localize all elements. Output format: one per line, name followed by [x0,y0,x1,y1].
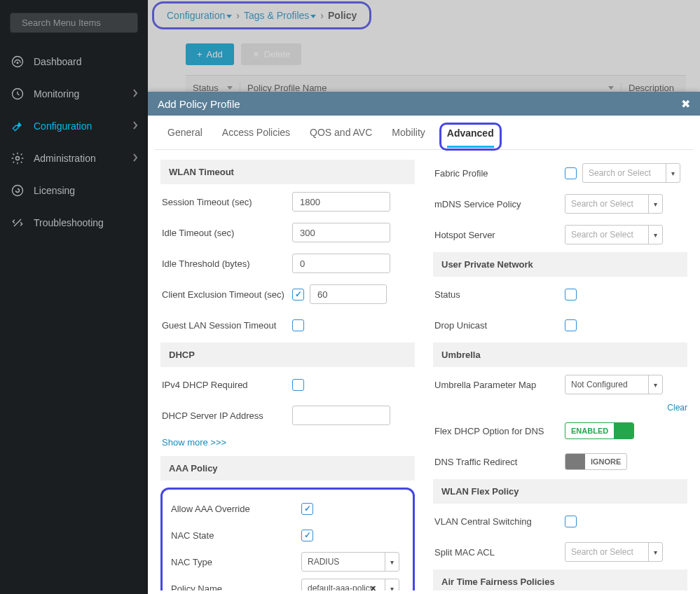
label-idle-timeout: Idle Timeout (sec) [160,228,292,238]
caret-down-icon [666,164,680,182]
license-icon [10,183,25,198]
umbrella-map-select[interactable]: Not Configured [565,375,663,394]
gear-icon [10,151,25,166]
clear-link[interactable]: Clear [667,403,687,413]
sidebar-item-label: Administration [34,153,96,164]
nac-state-checkbox[interactable]: ✓ [301,530,313,541]
session-timeout-input[interactable] [292,192,390,212]
modal-title: Add Policy Profile [158,98,240,110]
caret-down-icon [648,195,662,213]
search-input[interactable] [20,17,141,29]
svg-point-1 [17,62,18,64]
label-idle-threshold: Idle Threshold (bytes) [160,258,292,269]
section-atf: Air Time Fairness Policies [433,569,687,590]
label-vlan-central: VLAN Central Switching [433,516,565,527]
section-wlan-flex: WLAN Flex Policy [433,479,687,504]
split-mac-select[interactable]: Search or Select [565,542,663,562]
chevron-right-icon [132,153,138,164]
upn-status-checkbox[interactable] [565,289,577,301]
sidebar: Dashboard Monitoring Configuration Admin… [0,0,148,594]
caret-down-icon [648,226,662,244]
dhcp-server-input[interactable] [292,406,390,425]
right-column: Fabric ProfileSearch or Select mDNS Serv… [433,160,687,590]
close-icon[interactable]: ✖ [681,97,690,111]
client-exclusion-checkbox[interactable]: ✓ [292,289,304,301]
flex-dhcp-toggle[interactable]: ENABLED [565,422,634,439]
label-guest-lan: Guest LAN Session Timeout [160,320,292,331]
monitoring-icon [10,86,25,102]
sidebar-item-configuration[interactable]: Configuration [0,110,148,142]
label-fabric-profile: Fabric Profile [433,168,565,179]
label-client-exclusion: Client Exclusion Timeout (sec) [160,289,292,300]
section-dhcp: DHCP [160,343,415,367]
tab-advanced[interactable]: Advanced [447,125,494,148]
label-session-timeout: Session Timeout (sec) [160,197,292,207]
hotspot-select[interactable]: Search or Select [565,225,663,244]
caret-down-icon [385,579,399,590]
fabric-profile-select[interactable]: Search or Select [582,163,680,183]
client-exclusion-input[interactable] [310,284,387,304]
fabric-profile-checkbox[interactable] [565,167,577,179]
aaa-policy-highlight: Allow AAA Override✓ NAC State✓ NAC TypeR… [160,488,415,590]
nac-type-select[interactable]: RADIUS [301,552,399,572]
sidebar-item-administration[interactable]: Administration [0,142,148,174]
label-hotspot: Hotspot Server [433,230,565,240]
idle-timeout-input[interactable] [292,223,390,242]
drop-unicast-checkbox[interactable] [565,319,577,331]
sidebar-item-monitoring[interactable]: Monitoring [0,78,148,110]
label-dhcp-server: DHCP Server IP Address [160,410,292,421]
tab-qos-avc[interactable]: QOS and AVC [310,124,372,149]
tab-general[interactable]: General [167,124,203,149]
vlan-central-checkbox[interactable] [565,516,577,527]
label-umbrella-map: Umbrella Parameter Map [433,380,565,390]
idle-threshold-input[interactable] [292,254,390,273]
label-dns-redirect: DNS Traffic Redirect [433,457,565,467]
label-mdns: mDNS Service Policy [433,199,565,209]
modal-tabs: General Access Policies QOS and AVC Mobi… [155,116,693,150]
show-more-link[interactable]: Show more >>> [160,433,415,452]
chevron-right-icon [132,120,138,132]
sidebar-item-label: Licensing [34,185,75,196]
label-nac-type: NAC Type [170,557,301,567]
tools-icon [10,215,25,230]
ipv4-dhcp-checkbox[interactable] [292,379,304,391]
section-aaa: AAA Policy [160,456,415,481]
label-split-mac: Split MAC ACL [433,547,565,558]
dns-redirect-toggle[interactable]: IGNORE [565,453,627,470]
svg-point-0 [13,57,23,67]
mdns-select[interactable]: Search or Select [565,194,663,214]
sidebar-item-label: Configuration [34,120,92,132]
tab-mobility[interactable]: Mobility [392,124,425,149]
policy-name-select[interactable]: default-aaa-policy✕ [301,579,399,590]
sidebar-item-troubleshooting[interactable]: Troubleshooting [0,207,148,239]
add-policy-profile-modal: Add Policy Profile ✖ General Access Poli… [148,92,700,594]
sidebar-item-label: Troubleshooting [34,217,104,228]
label-policy-name: Policy Name [170,583,301,591]
left-column: WLAN Timeout Session Timeout (sec) Idle … [160,160,415,590]
dashboard-icon [10,54,25,69]
label-ipv4-dhcp: IPv4 DHCP Required [160,380,292,390]
caret-down-icon [385,553,399,571]
section-wlan-timeout: WLAN Timeout [160,160,415,184]
label-flex-dhcp: Flex DHCP Option for DNS [433,426,565,436]
label-drop-unicast: Drop Unicast [433,320,565,331]
sidebar-item-dashboard[interactable]: Dashboard [0,46,148,78]
sidebar-item-label: Dashboard [34,56,82,67]
wrench-icon [10,118,25,134]
sidebar-search[interactable] [10,13,138,33]
section-umbrella: Umbrella [433,343,687,367]
chevron-right-icon [132,88,138,99]
section-upn: User Private Network [433,252,687,277]
guest-lan-checkbox[interactable] [292,319,304,331]
caret-down-icon [648,375,662,394]
svg-point-4 [13,186,23,196]
label-allow-aaa: Allow AAA Override [170,504,301,514]
svg-point-3 [16,157,20,160]
label-nac-state: NAC State [170,530,301,541]
main-content: Configuration › Tags & Profiles › Policy… [148,0,700,594]
label-upn-status: Status [433,289,565,300]
sidebar-item-licensing[interactable]: Licensing [0,174,148,207]
clear-icon[interactable]: ✕ [364,584,382,591]
allow-aaa-checkbox[interactable]: ✓ [301,503,313,515]
tab-access-policies[interactable]: Access Policies [222,124,290,149]
